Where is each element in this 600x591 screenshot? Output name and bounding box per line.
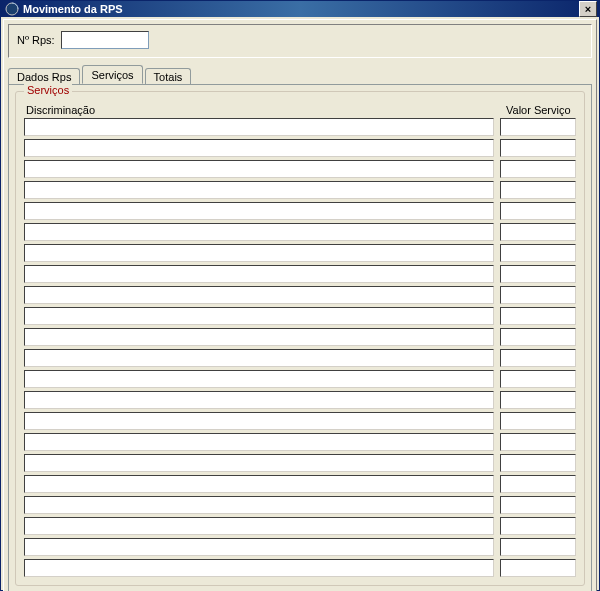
- valor-servico-input[interactable]: [500, 160, 576, 178]
- discriminacao-input[interactable]: [24, 517, 494, 535]
- valor-servico-input[interactable]: [500, 454, 576, 472]
- valor-servico-input[interactable]: [500, 538, 576, 556]
- discriminacao-input[interactable]: [24, 496, 494, 514]
- discriminacao-input[interactable]: [24, 349, 494, 367]
- close-button[interactable]: ×: [579, 1, 597, 17]
- valor-servico-input[interactable]: [500, 139, 576, 157]
- tab-servicos[interactable]: Serviços: [82, 65, 142, 84]
- discriminacao-input[interactable]: [24, 370, 494, 388]
- discriminacao-input[interactable]: [24, 307, 494, 325]
- service-row: [24, 160, 576, 178]
- groupbox-legend: Serviços: [24, 84, 72, 96]
- service-row: [24, 496, 576, 514]
- rps-label: Nº Rps:: [17, 34, 55, 46]
- valor-servico-input[interactable]: [500, 349, 576, 367]
- discriminacao-input[interactable]: [24, 286, 494, 304]
- col-header-discriminacao: Discriminação: [26, 104, 486, 116]
- discriminacao-input[interactable]: [24, 412, 494, 430]
- valor-servico-input[interactable]: [500, 202, 576, 220]
- valor-servico-input[interactable]: [500, 370, 576, 388]
- discriminacao-input[interactable]: [24, 559, 494, 577]
- tab-totais[interactable]: Totais: [145, 68, 192, 85]
- col-header-valor: Valor Serviço: [506, 104, 574, 116]
- service-row: [24, 139, 576, 157]
- valor-servico-input[interactable]: [500, 412, 576, 430]
- tabstrip: Dados Rps Serviços Totais: [4, 64, 596, 84]
- rps-input[interactable]: [61, 31, 149, 49]
- column-headers: Discriminação Valor Serviço: [24, 104, 576, 118]
- service-row: [24, 391, 576, 409]
- service-row: [24, 454, 576, 472]
- valor-servico-input[interactable]: [500, 223, 576, 241]
- close-icon: ×: [585, 4, 591, 15]
- service-row: [24, 370, 576, 388]
- valor-servico-input[interactable]: [500, 244, 576, 262]
- tab-label: Totais: [154, 71, 183, 83]
- service-row: [24, 538, 576, 556]
- discriminacao-input[interactable]: [24, 223, 494, 241]
- dialog-body: Nº Rps: Dados Rps Serviços Totais Serviç…: [3, 19, 597, 591]
- discriminacao-input[interactable]: [24, 139, 494, 157]
- valor-servico-input[interactable]: [500, 307, 576, 325]
- discriminacao-input[interactable]: [24, 265, 494, 283]
- service-row: [24, 181, 576, 199]
- service-row: [24, 244, 576, 262]
- discriminacao-input[interactable]: [24, 475, 494, 493]
- tab-dados-rps[interactable]: Dados Rps: [8, 68, 80, 85]
- service-row: [24, 223, 576, 241]
- valor-servico-input[interactable]: [500, 328, 576, 346]
- service-row: [24, 118, 576, 136]
- app-icon: [5, 2, 19, 16]
- valor-servico-input[interactable]: [500, 496, 576, 514]
- tabpage-servicos: Serviços Discriminação Valor Serviço: [8, 84, 592, 591]
- valor-servico-input[interactable]: [500, 391, 576, 409]
- valor-servico-input[interactable]: [500, 517, 576, 535]
- discriminacao-input[interactable]: [24, 433, 494, 451]
- service-row: [24, 202, 576, 220]
- service-row: [24, 265, 576, 283]
- valor-servico-input[interactable]: [500, 433, 576, 451]
- servicos-groupbox: Serviços Discriminação Valor Serviço: [15, 91, 585, 586]
- valor-servico-input[interactable]: [500, 286, 576, 304]
- valor-servico-input[interactable]: [500, 181, 576, 199]
- service-row: [24, 517, 576, 535]
- tab-label: Dados Rps: [17, 71, 71, 83]
- valor-servico-input[interactable]: [500, 118, 576, 136]
- service-row: [24, 412, 576, 430]
- service-row: [24, 559, 576, 577]
- discriminacao-input[interactable]: [24, 391, 494, 409]
- valor-servico-input[interactable]: [500, 475, 576, 493]
- service-row: [24, 475, 576, 493]
- service-row: [24, 307, 576, 325]
- service-row: [24, 433, 576, 451]
- discriminacao-input[interactable]: [24, 244, 494, 262]
- discriminacao-input[interactable]: [24, 160, 494, 178]
- discriminacao-input[interactable]: [24, 202, 494, 220]
- window-title: Movimento da RPS: [23, 3, 579, 15]
- valor-servico-input[interactable]: [500, 559, 576, 577]
- rows-container: [24, 118, 576, 577]
- discriminacao-input[interactable]: [24, 181, 494, 199]
- discriminacao-input[interactable]: [24, 454, 494, 472]
- valor-servico-input[interactable]: [500, 265, 576, 283]
- tab-label: Serviços: [91, 69, 133, 81]
- service-row: [24, 286, 576, 304]
- rps-field-panel: Nº Rps:: [8, 24, 592, 58]
- service-row: [24, 349, 576, 367]
- window: Movimento da RPS × Nº Rps: Dados Rps Ser…: [0, 0, 600, 591]
- discriminacao-input[interactable]: [24, 118, 494, 136]
- discriminacao-input[interactable]: [24, 538, 494, 556]
- discriminacao-input[interactable]: [24, 328, 494, 346]
- service-row: [24, 328, 576, 346]
- titlebar: Movimento da RPS ×: [1, 1, 599, 17]
